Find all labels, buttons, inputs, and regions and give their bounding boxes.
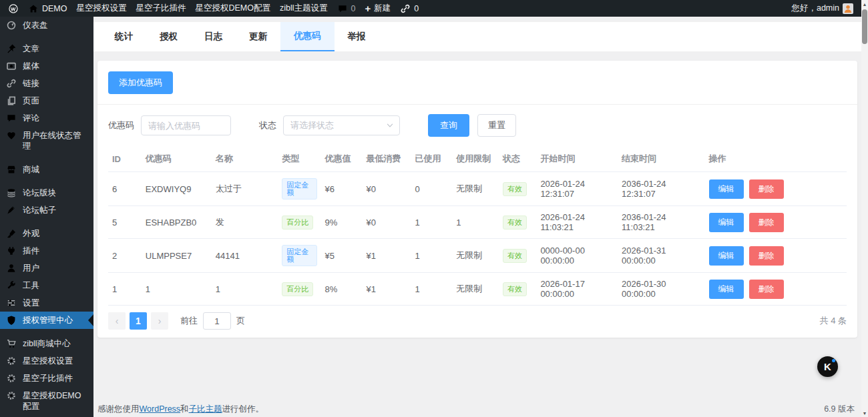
settings-icon: [6, 298, 17, 308]
tab-reports[interactable]: 举报: [335, 22, 379, 51]
cell-min-spend: ¥0: [362, 172, 411, 206]
wordpress-logo-icon[interactable]: [8, 3, 19, 14]
cell-used: 0: [411, 172, 452, 206]
sidebar-item-label: 用户: [23, 263, 39, 274]
shield-icon: [6, 315, 17, 326]
cell-value: 8%: [321, 273, 363, 306]
goto-page-input[interactable]: [203, 312, 231, 330]
edit-button[interactable]: 编辑: [709, 179, 744, 199]
theme-link[interactable]: 子比主题: [189, 404, 222, 414]
tab-coupons[interactable]: 优惠码: [280, 22, 335, 51]
comment-icon: [6, 113, 17, 123]
table-row: 6 EXDWIYQ9 太过于 固定金额 ¥6 ¥0 0 无限制 有效 2026-…: [108, 172, 847, 206]
scroll-up-icon[interactable]: ▲: [861, 0, 868, 8]
sidebar-item-user-online-status[interactable]: 用户在线状态管理: [0, 127, 93, 155]
cell-id: 6: [108, 172, 142, 206]
footer-text: 感谢您使用: [97, 404, 140, 414]
col-actions: 操作: [705, 146, 847, 172]
sidebar-item-posts[interactable]: 文章: [0, 40, 93, 57]
sidebar-item-forum-posts[interactable]: 论坛帖子: [0, 201, 93, 219]
tab-licenses[interactable]: 授权: [146, 22, 191, 51]
adminbar-item-xingkong-zibi[interactable]: 星空子比插件: [136, 3, 186, 14]
account-menu[interactable]: 您好，admin: [791, 3, 853, 14]
table-row: 5 ESHABPZB0 发 百分比 9% ¥0 1 1 有效 2026-01-2…: [108, 206, 847, 239]
delete-button[interactable]: 删除: [749, 280, 784, 299]
cell-code: ESHABPZB0: [142, 206, 212, 239]
sidebar-item-forum-sections[interactable]: 论坛版块: [0, 184, 93, 201]
new-content-button[interactable]: + 新建: [365, 3, 391, 14]
coupon-filter-label: 优惠码: [108, 119, 134, 131]
cell-used: 1: [411, 206, 452, 239]
page-scrollbar[interactable]: ▲ ▼: [861, 0, 868, 417]
sidebar-item-users[interactable]: 用户: [0, 260, 93, 277]
sidebar-item-xingkong-zibi-plugin[interactable]: 星空子比插件: [0, 370, 93, 387]
forum-icon: [6, 187, 17, 198]
search-button[interactable]: 查询: [428, 114, 469, 137]
site-menu[interactable]: DEMO: [28, 3, 67, 14]
page-number-button[interactable]: 1: [130, 312, 147, 330]
sidebar-item-shop[interactable]: 商城: [0, 161, 93, 178]
sidebar-item-links[interactable]: 链接: [0, 75, 93, 92]
delete-button[interactable]: 删除: [749, 179, 784, 199]
edit-button[interactable]: 编辑: [709, 246, 744, 266]
sidebar-item-dashboard[interactable]: 仪表盘: [0, 17, 93, 34]
sidebar-item-pages[interactable]: 页面: [0, 92, 93, 109]
sidebar-item-zibll-shop-center[interactable]: zibll商城中心: [0, 335, 93, 352]
users-icon: [6, 263, 17, 274]
sidebar-item-xingkong-auth-settings[interactable]: 星空授权设置: [0, 352, 93, 370]
status-select[interactable]: 请选择状态: [283, 115, 400, 135]
adminbar-item-xingkong-demo[interactable]: 星空授权DEMO配置: [196, 3, 271, 14]
tab-logs[interactable]: 日志: [191, 22, 236, 51]
link-count: 0: [414, 4, 419, 13]
coupon-code-input[interactable]: [141, 115, 231, 135]
heart-icon: [6, 130, 17, 141]
sidebar-item-label: 星空授权DEMO配置: [23, 390, 88, 412]
col-start-time: 开始时间: [536, 146, 618, 172]
sidebar-item-label: 工具: [23, 280, 39, 291]
edit-button[interactable]: 编辑: [709, 213, 744, 232]
version-text: 6.9 版本: [824, 404, 855, 415]
sidebar-item-label: 媒体: [23, 61, 39, 71]
col-used: 已使用: [411, 146, 452, 172]
scrollbar-thumb[interactable]: [862, 9, 867, 44]
cell-value: 9%: [321, 206, 363, 239]
cell-id: 5: [108, 206, 142, 239]
type-badge: 固定金额: [282, 178, 316, 199]
sidebar-item-label: 插件: [23, 246, 39, 256]
sidebar-item-license-center[interactable]: 授权管理中心: [0, 312, 93, 329]
adminbar-item-xingkong-auth[interactable]: 星空授权设置: [77, 3, 127, 14]
filter-bar: 优惠码 状态 请选择状态 查询 重置: [108, 114, 847, 137]
pages-icon: [6, 95, 17, 106]
scroll-down-icon[interactable]: ▼: [861, 409, 868, 417]
tab-updates[interactable]: 更新: [236, 22, 280, 51]
wordpress-link[interactable]: WordPress: [140, 404, 181, 414]
sidebar-item-settings[interactable]: 设置: [0, 294, 93, 312]
adminbar-item-zibll-theme[interactable]: zibll主题设置: [280, 3, 328, 14]
delete-button[interactable]: 删除: [749, 213, 784, 232]
pagination: ‹ 1 › 前往 页 共 4 条: [108, 312, 847, 330]
edit-button[interactable]: 编辑: [709, 280, 744, 299]
avatar: [843, 3, 853, 14]
sidebar-item-label: 商城: [23, 164, 39, 175]
prev-page-button[interactable]: ‹: [108, 312, 126, 330]
sidebar-item-appearance[interactable]: 外观: [0, 225, 93, 242]
sidebar-item-plugins[interactable]: 插件: [0, 242, 93, 260]
add-coupon-button[interactable]: 添加优惠码: [108, 71, 173, 94]
reset-button[interactable]: 重置: [477, 114, 516, 137]
tab-statistics[interactable]: 统计: [101, 22, 146, 51]
comments-shortcut[interactable]: 0: [337, 3, 356, 14]
sidebar-item-media[interactable]: 媒体: [0, 57, 93, 75]
sidebar-item-comments[interactable]: 评论: [0, 109, 93, 127]
greeting-text: 您好，admin: [791, 3, 839, 14]
updates-shortcut[interactable]: 0: [400, 3, 419, 14]
cell-value: ¥5: [321, 239, 363, 273]
status-badge: 有效: [503, 216, 527, 230]
next-page-button[interactable]: ›: [151, 312, 168, 330]
delete-button[interactable]: 删除: [749, 246, 784, 266]
sidebar-item-xingkong-demo-config[interactable]: 星空授权DEMO配置: [0, 387, 93, 415]
total-count: 共 4 条: [820, 315, 847, 327]
k-floating-badge[interactable]: K: [817, 356, 838, 377]
sidebar-item-tools[interactable]: 工具: [0, 277, 93, 294]
cell-min-spend: ¥1: [362, 239, 411, 273]
k-letter: K: [824, 361, 831, 372]
